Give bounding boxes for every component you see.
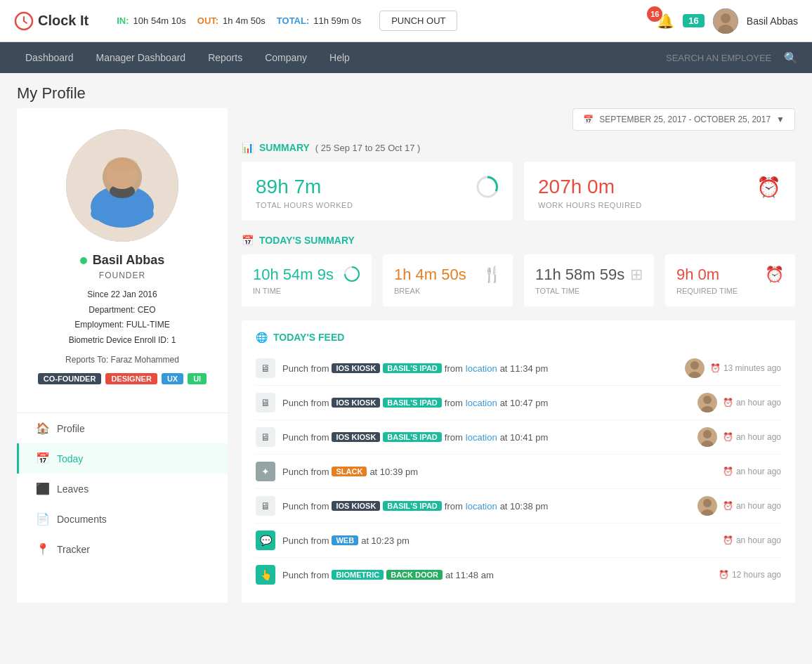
feed-item: ✦Punch from SLACK at 10:39 pm⏰ an hour a…: [256, 455, 781, 489]
nav-reports[interactable]: Reports: [197, 42, 254, 73]
teal-count-badge: 16: [683, 14, 704, 27]
feed-avatar: [685, 358, 705, 378]
feed-from-text: from: [445, 363, 463, 374]
sidebar-item-documents[interactable]: 📄 Documents: [17, 504, 228, 534]
feed-tag: BASIL'S IPAD: [383, 363, 441, 373]
main-content: Basil Abbas FOUNDER Since 22 Jan 2016 De…: [0, 108, 812, 620]
search-icon[interactable]: 🔍: [784, 51, 798, 65]
total-hours-card: 89h 7m TOTAL HOURS WORKED: [242, 162, 513, 221]
feed-item: 💬Punch from WEB at 10:23 pm⏰ an hour ago: [256, 523, 781, 558]
top-header: Clock It IN: 10h 54m 10s OUT: 1h 4m 50s …: [0, 0, 812, 42]
feed-from-text: from: [445, 501, 463, 512]
feed-item-text: Punch from BIOMETRIC BACK DOOR at 11:48 …: [282, 570, 712, 580]
feed-time-ago: ⏰ an hour ago: [723, 398, 781, 408]
profile-name: Basil Abbas: [80, 253, 164, 268]
total-hours-value: 89h 7m: [256, 176, 353, 198]
break-label: BREAK: [394, 287, 466, 295]
feed-item-right: ⏰ 12 hours ago: [719, 570, 781, 580]
sidebar-item-today[interactable]: 📅 Today: [17, 443, 228, 474]
date-range-picker[interactable]: 📅 SEPTEMBER 25, 2017 - OCTOBER 25, 2017 …: [572, 108, 795, 131]
feed-item-right: ⏰ 13 minutes ago: [685, 358, 781, 378]
feed-item-text: Punch from IOS KIOSK BASIL'S IPAD from l…: [282, 432, 690, 443]
clock-small-icon: ⏰: [765, 266, 784, 284]
feed-time-ago: ⏰ an hour ago: [723, 467, 781, 476]
out-value: 1h 4m 50s: [223, 15, 266, 26]
feed-time-ago: ⏰ an hour ago: [723, 432, 781, 442]
fork-icon: 🍴: [483, 266, 502, 284]
nav-company[interactable]: Company: [254, 42, 318, 73]
feed-tag: BASIL'S IPAD: [383, 398, 441, 408]
sidebar-item-profile[interactable]: 🏠 Profile: [17, 413, 228, 443]
grid-icon: ⬛: [36, 482, 48, 495]
feed-time-text: at 11:48 am: [445, 570, 494, 580]
feed-tag: IOS KIOSK: [332, 398, 380, 408]
profile-biometric: Biometric Device Enroll ID: 1: [69, 333, 176, 349]
search-input[interactable]: [666, 53, 778, 63]
clock-icon-feed: ⏰: [723, 501, 733, 511]
sidebar-item-tracker[interactable]: 📍 Tracker: [17, 534, 228, 564]
pie-small-icon: [343, 266, 360, 287]
sidebar-nav: 🏠 Profile 📅 Today ⬛ Leaves 📄 Documents 📍…: [17, 412, 228, 564]
feed-punch-text: Punch from: [282, 570, 329, 580]
clock-icon-feed: ⏰: [710, 363, 721, 373]
feed-item-icon: 🖥: [256, 496, 275, 516]
calendar-icon-today: 📅: [242, 235, 254, 246]
pin-icon: 📍: [36, 542, 48, 556]
svg-point-27: [703, 499, 712, 507]
date-range-bar: 📅 SEPTEMBER 25, 2017 - OCTOBER 25, 2017 …: [242, 108, 795, 131]
feed-item-icon: 🖥: [256, 427, 275, 447]
tag-ui: UI: [188, 373, 207, 384]
work-required-card: 207h 0m WORK HOURS REQUIRED ⏰: [524, 162, 795, 221]
feed-avatar: [698, 427, 717, 447]
feed-time-text: at 10:23 pm: [361, 535, 410, 546]
date-range-text: SEPTEMBER 25, 2017 - OCTOBER 25, 2017: [599, 115, 771, 124]
sidebar-item-leaves[interactable]: ⬛ Leaves: [17, 474, 228, 504]
notification-wrapper[interactable]: 16 🔔: [647, 13, 674, 30]
feed-tag: SLACK: [332, 467, 367, 476]
svg-line-2: [24, 21, 27, 23]
svg-point-21: [703, 396, 712, 404]
summary-section: 📊 SUMMARY ( 25 Sep 17 to 25 Oct 17 ) 89h…: [242, 142, 795, 221]
nav-manager-dashboard[interactable]: Manager Dashboard: [85, 42, 197, 73]
header-right: 16 🔔 16 Basil Abbas: [647, 8, 798, 34]
punch-out-button[interactable]: PUNCH OUT: [379, 11, 457, 31]
sidebar-label-documents: Documents: [57, 514, 107, 525]
feed-punch-text: Punch from: [282, 432, 329, 443]
user-avatar: [713, 8, 738, 34]
feed-item-right: ⏰ an hour ago: [698, 393, 781, 412]
total-label: TOTAL:: [277, 15, 309, 26]
clock-icon: ⏰: [757, 176, 781, 199]
feed-time-text: at 10:39 pm: [369, 467, 418, 477]
nav-dashboard[interactable]: Dashboard: [14, 42, 85, 73]
logo: Clock It: [14, 11, 89, 31]
feed-location: location: [466, 432, 497, 443]
feed-location: location: [466, 398, 497, 408]
today-summary-section: 📅 TODAY'S SUMMARY 10h 54m 9s IN TIME: [242, 235, 795, 306]
in-time-card: 10h 54m 9s IN TIME: [242, 254, 372, 306]
required-time-value: 9h 0m: [676, 266, 738, 284]
feed-section: 🌐 TODAY'S FEED 🖥Punch from IOS KIOSK BAS…: [242, 320, 795, 603]
feed-tag: IOS KIOSK: [332, 363, 380, 373]
svg-point-14: [107, 157, 138, 171]
feed-punch-text: Punch from: [282, 467, 329, 477]
svg-point-24: [703, 430, 712, 438]
clock-icon-feed: ⏰: [719, 570, 729, 580]
online-indicator: [80, 257, 87, 264]
feed-tag: IOS KIOSK: [332, 432, 380, 442]
total-hours-label: TOTAL HOURS WORKED: [256, 201, 353, 209]
feed-item-icon: 🖥: [256, 358, 275, 378]
clock-icon-feed: ⏰: [723, 467, 733, 476]
tag-cofounder: CO-FOUNDER: [38, 373, 102, 384]
sidebar-label-today: Today: [57, 453, 83, 464]
nav-help[interactable]: Help: [318, 42, 361, 73]
nav-search[interactable]: 🔍: [666, 51, 798, 65]
feed-tag: IOS KIOSK: [332, 501, 380, 511]
calendar-icon-small: 📅: [583, 115, 594, 124]
time-stats: IN: 10h 54m 10s OUT: 1h 4m 50s TOTAL: 11…: [117, 11, 647, 31]
time-out-stat: OUT: 1h 4m 50s: [197, 15, 266, 26]
total-time-card: 11h 58m 59s TOTAL TIME ⊞: [524, 254, 654, 306]
svg-point-18: [690, 361, 699, 370]
profile-since: Since 22 Jan 2016: [69, 287, 176, 303]
break-card: 1h 4m 50s BREAK 🍴: [383, 254, 513, 306]
in-time-value: 10h 54m 9s: [253, 266, 334, 284]
